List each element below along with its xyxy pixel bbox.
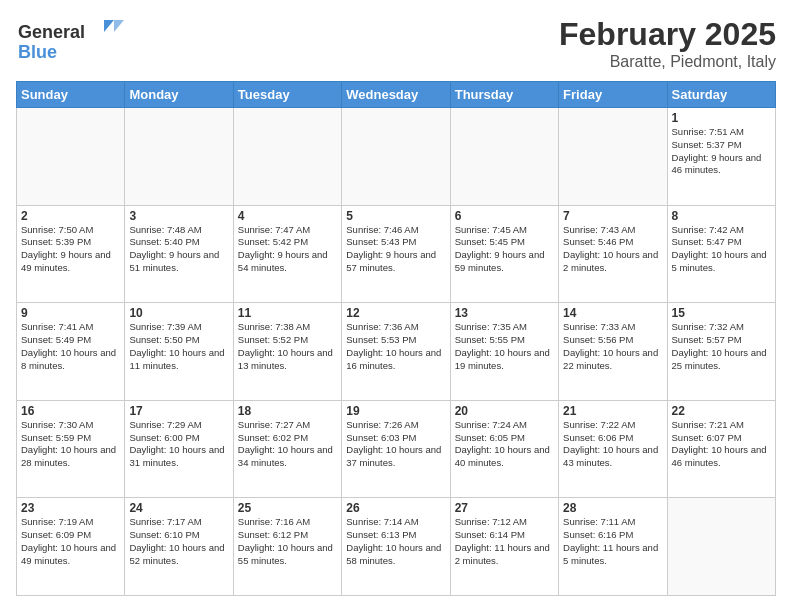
calendar-cell: 6Sunrise: 7:45 AM Sunset: 5:45 PM Daylig…	[450, 205, 558, 303]
day-info: Sunrise: 7:50 AM Sunset: 5:39 PM Dayligh…	[21, 224, 120, 275]
day-info: Sunrise: 7:36 AM Sunset: 5:53 PM Dayligh…	[346, 321, 445, 372]
calendar-cell	[667, 498, 775, 596]
logo: General Blue	[16, 16, 126, 68]
day-info: Sunrise: 7:30 AM Sunset: 5:59 PM Dayligh…	[21, 419, 120, 470]
calendar-cell: 17Sunrise: 7:29 AM Sunset: 6:00 PM Dayli…	[125, 400, 233, 498]
day-info: Sunrise: 7:45 AM Sunset: 5:45 PM Dayligh…	[455, 224, 554, 275]
week-row-3: 16Sunrise: 7:30 AM Sunset: 5:59 PM Dayli…	[17, 400, 776, 498]
calendar-cell: 26Sunrise: 7:14 AM Sunset: 6:13 PM Dayli…	[342, 498, 450, 596]
day-info: Sunrise: 7:19 AM Sunset: 6:09 PM Dayligh…	[21, 516, 120, 567]
day-info: Sunrise: 7:21 AM Sunset: 6:07 PM Dayligh…	[672, 419, 771, 470]
day-info: Sunrise: 7:48 AM Sunset: 5:40 PM Dayligh…	[129, 224, 228, 275]
header-row: SundayMondayTuesdayWednesdayThursdayFrid…	[17, 82, 776, 108]
day-info: Sunrise: 7:42 AM Sunset: 5:47 PM Dayligh…	[672, 224, 771, 275]
day-number: 3	[129, 209, 228, 223]
calendar-cell: 25Sunrise: 7:16 AM Sunset: 6:12 PM Dayli…	[233, 498, 341, 596]
day-number: 19	[346, 404, 445, 418]
day-info: Sunrise: 7:38 AM Sunset: 5:52 PM Dayligh…	[238, 321, 337, 372]
day-number: 22	[672, 404, 771, 418]
calendar-cell: 22Sunrise: 7:21 AM Sunset: 6:07 PM Dayli…	[667, 400, 775, 498]
week-row-0: 1Sunrise: 7:51 AM Sunset: 5:37 PM Daylig…	[17, 108, 776, 206]
calendar-cell: 21Sunrise: 7:22 AM Sunset: 6:06 PM Dayli…	[559, 400, 667, 498]
calendar-body: 1Sunrise: 7:51 AM Sunset: 5:37 PM Daylig…	[17, 108, 776, 596]
day-info: Sunrise: 7:26 AM Sunset: 6:03 PM Dayligh…	[346, 419, 445, 470]
day-number: 26	[346, 501, 445, 515]
calendar-cell: 10Sunrise: 7:39 AM Sunset: 5:50 PM Dayli…	[125, 303, 233, 401]
calendar-cell: 4Sunrise: 7:47 AM Sunset: 5:42 PM Daylig…	[233, 205, 341, 303]
week-row-4: 23Sunrise: 7:19 AM Sunset: 6:09 PM Dayli…	[17, 498, 776, 596]
day-number: 21	[563, 404, 662, 418]
day-number: 13	[455, 306, 554, 320]
day-number: 1	[672, 111, 771, 125]
calendar-cell: 23Sunrise: 7:19 AM Sunset: 6:09 PM Dayli…	[17, 498, 125, 596]
calendar-header: SundayMondayTuesdayWednesdayThursdayFrid…	[17, 82, 776, 108]
calendar-cell	[125, 108, 233, 206]
day-info: Sunrise: 7:16 AM Sunset: 6:12 PM Dayligh…	[238, 516, 337, 567]
day-number: 4	[238, 209, 337, 223]
day-number: 14	[563, 306, 662, 320]
day-number: 8	[672, 209, 771, 223]
calendar-cell: 3Sunrise: 7:48 AM Sunset: 5:40 PM Daylig…	[125, 205, 233, 303]
day-info: Sunrise: 7:12 AM Sunset: 6:14 PM Dayligh…	[455, 516, 554, 567]
calendar-table: SundayMondayTuesdayWednesdayThursdayFrid…	[16, 81, 776, 596]
day-info: Sunrise: 7:33 AM Sunset: 5:56 PM Dayligh…	[563, 321, 662, 372]
calendar-cell: 1Sunrise: 7:51 AM Sunset: 5:37 PM Daylig…	[667, 108, 775, 206]
calendar-cell	[559, 108, 667, 206]
day-number: 7	[563, 209, 662, 223]
week-row-2: 9Sunrise: 7:41 AM Sunset: 5:49 PM Daylig…	[17, 303, 776, 401]
calendar-cell: 2Sunrise: 7:50 AM Sunset: 5:39 PM Daylig…	[17, 205, 125, 303]
calendar-cell: 18Sunrise: 7:27 AM Sunset: 6:02 PM Dayli…	[233, 400, 341, 498]
day-number: 2	[21, 209, 120, 223]
logo-block: General Blue	[16, 16, 126, 68]
calendar-cell: 20Sunrise: 7:24 AM Sunset: 6:05 PM Dayli…	[450, 400, 558, 498]
calendar-cell: 11Sunrise: 7:38 AM Sunset: 5:52 PM Dayli…	[233, 303, 341, 401]
day-info: Sunrise: 7:46 AM Sunset: 5:43 PM Dayligh…	[346, 224, 445, 275]
calendar-subtitle: Baratte, Piedmont, Italy	[559, 53, 776, 71]
day-number: 16	[21, 404, 120, 418]
day-info: Sunrise: 7:17 AM Sunset: 6:10 PM Dayligh…	[129, 516, 228, 567]
day-number: 12	[346, 306, 445, 320]
day-info: Sunrise: 7:43 AM Sunset: 5:46 PM Dayligh…	[563, 224, 662, 275]
svg-marker-1	[104, 20, 114, 32]
header: General Blue February 2025 Baratte, Pied…	[16, 16, 776, 71]
calendar-cell: 16Sunrise: 7:30 AM Sunset: 5:59 PM Dayli…	[17, 400, 125, 498]
svg-text:Blue: Blue	[18, 42, 57, 62]
day-number: 11	[238, 306, 337, 320]
day-info: Sunrise: 7:11 AM Sunset: 6:16 PM Dayligh…	[563, 516, 662, 567]
day-info: Sunrise: 7:32 AM Sunset: 5:57 PM Dayligh…	[672, 321, 771, 372]
calendar-cell	[17, 108, 125, 206]
day-info: Sunrise: 7:24 AM Sunset: 6:05 PM Dayligh…	[455, 419, 554, 470]
calendar-cell: 14Sunrise: 7:33 AM Sunset: 5:56 PM Dayli…	[559, 303, 667, 401]
title-block: February 2025 Baratte, Piedmont, Italy	[559, 16, 776, 71]
header-day-tuesday: Tuesday	[233, 82, 341, 108]
day-number: 15	[672, 306, 771, 320]
calendar-cell: 27Sunrise: 7:12 AM Sunset: 6:14 PM Dayli…	[450, 498, 558, 596]
calendar-cell	[450, 108, 558, 206]
day-number: 24	[129, 501, 228, 515]
day-info: Sunrise: 7:47 AM Sunset: 5:42 PM Dayligh…	[238, 224, 337, 275]
calendar-cell: 19Sunrise: 7:26 AM Sunset: 6:03 PM Dayli…	[342, 400, 450, 498]
day-number: 17	[129, 404, 228, 418]
day-number: 10	[129, 306, 228, 320]
calendar-cell: 9Sunrise: 7:41 AM Sunset: 5:49 PM Daylig…	[17, 303, 125, 401]
calendar-cell	[342, 108, 450, 206]
day-number: 5	[346, 209, 445, 223]
day-number: 27	[455, 501, 554, 515]
day-number: 9	[21, 306, 120, 320]
day-number: 6	[455, 209, 554, 223]
day-number: 20	[455, 404, 554, 418]
page: General Blue February 2025 Baratte, Pied…	[0, 0, 792, 612]
week-row-1: 2Sunrise: 7:50 AM Sunset: 5:39 PM Daylig…	[17, 205, 776, 303]
header-day-friday: Friday	[559, 82, 667, 108]
header-day-thursday: Thursday	[450, 82, 558, 108]
calendar-title: February 2025	[559, 16, 776, 53]
calendar-cell: 15Sunrise: 7:32 AM Sunset: 5:57 PM Dayli…	[667, 303, 775, 401]
svg-marker-2	[114, 20, 124, 32]
day-number: 28	[563, 501, 662, 515]
day-info: Sunrise: 7:27 AM Sunset: 6:02 PM Dayligh…	[238, 419, 337, 470]
calendar-cell: 7Sunrise: 7:43 AM Sunset: 5:46 PM Daylig…	[559, 205, 667, 303]
calendar-cell: 13Sunrise: 7:35 AM Sunset: 5:55 PM Dayli…	[450, 303, 558, 401]
header-day-wednesday: Wednesday	[342, 82, 450, 108]
calendar-cell	[233, 108, 341, 206]
svg-text:General: General	[18, 22, 85, 42]
